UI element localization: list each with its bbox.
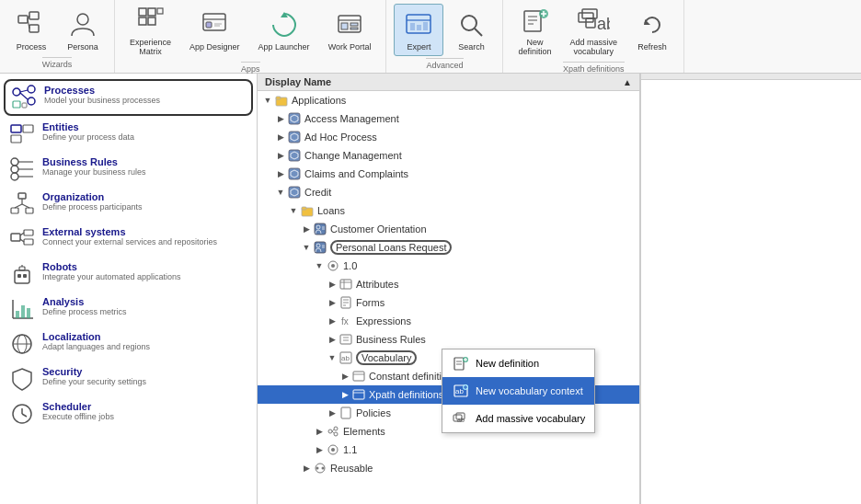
security-icon [9, 366, 35, 392]
sidebar-item-organization[interactable]: Organization Define process participants [4, 188, 253, 221]
svg-rect-2 [29, 25, 39, 32]
right-panel [640, 74, 861, 504]
add-massive-vocabulary-cm-label: Add massive vocabulary [476, 413, 585, 424]
svg-rect-116 [340, 335, 351, 344]
tree-node-credit[interactable]: ▼ Credit [258, 183, 639, 201]
access-management-icon [287, 111, 302, 126]
constant-icon [351, 369, 366, 384]
expand-ad-hoc[interactable]: ▶ [274, 131, 287, 143]
tree-node-expressions[interactable]: ▶ fx Expressions [258, 312, 639, 330]
context-menu-add-massive-vocabulary[interactable]: ab Add massive vocabulary [442, 405, 594, 432]
wizards-group-label: Wizards [42, 57, 73, 69]
svg-point-52 [11, 166, 18, 173]
context-menu: New definition ab New vocabulary context [442, 349, 595, 433]
tree-node-attributes[interactable]: ▶ Attributes [258, 275, 639, 293]
context-menu-new-vocabulary-context[interactable]: ab New vocabulary context [442, 377, 594, 405]
app-launcher-button[interactable]: App Launcher [251, 5, 317, 55]
organization-subtitle: Define process participants [42, 202, 143, 212]
apps-group: ExperienceMatrix App Designer [115, 0, 386, 73]
tree-node-customer-orientation[interactable]: ▶ Customer Orientation [258, 220, 639, 238]
svg-rect-25 [417, 25, 421, 30]
tree-node-reusable[interactable]: ▶ Reusable [258, 459, 639, 477]
sort-icon: ▲ [623, 77, 632, 87]
business-rules-text: Business Rules Manage your business rule… [42, 156, 146, 177]
app-designer-button[interactable]: App Designer [182, 5, 247, 55]
new-voc-cm-icon: ab [452, 382, 470, 400]
expand-applications[interactable]: ▼ [261, 94, 274, 107]
expand-expressions[interactable]: ▶ [326, 315, 339, 327]
tree-scroll[interactable]: ▼ Applications ▶ [258, 91, 639, 499]
svg-line-28 [475, 29, 482, 36]
scheduler-text: Scheduler Execute offline jobs [42, 401, 114, 421]
persona-button[interactable]: Persona [59, 5, 107, 55]
sidebar-item-analysis[interactable]: Analysis Define process metrics [4, 292, 253, 326]
forms-icon [339, 295, 353, 310]
expand-loans[interactable]: ▼ [287, 204, 300, 217]
tree-node-access-management[interactable]: ▶ Access Management [258, 109, 639, 128]
business-rules-subtitle: Manage your business rules [42, 167, 146, 177]
tree-node-change-management[interactable]: ▶ Change Management [258, 146, 639, 165]
svg-rect-20 [350, 23, 358, 26]
sidebar-item-external-systems[interactable]: External systems Connect your external s… [4, 223, 253, 256]
sidebar-item-processes[interactable]: Processes Model your business processes [4, 79, 253, 116]
elements-label: Elements [343, 426, 385, 437]
tree-node-biz-rules[interactable]: ▶ Business Rules [258, 330, 639, 349]
expand-vocabulary[interactable]: ▼ [326, 351, 339, 364]
sidebar-item-localization[interactable]: Localization Adapt languages and regions [4, 327, 253, 361]
tree-node-loans[interactable]: ▼ Loans [258, 201, 639, 220]
scheduler-subtitle: Execute offline jobs [42, 412, 114, 421]
sidebar-item-scheduler[interactable]: Scheduler Execute offline jobs [4, 397, 253, 430]
expand-v11[interactable]: ▶ [313, 443, 326, 456]
svg-point-51 [11, 158, 18, 166]
expand-policies[interactable]: ▶ [326, 407, 339, 419]
customer-orientation-label: Customer Orientation [330, 223, 427, 235]
expert-button[interactable]: Expert [394, 4, 443, 56]
tree-node-version10[interactable]: ▼ 1.0 [258, 257, 639, 275]
forms-label: Forms [356, 297, 385, 308]
svg-line-129 [332, 430, 334, 431]
expert-label: Expert [407, 42, 430, 52]
expand-change-management[interactable]: ▶ [274, 149, 287, 162]
organization-icon [9, 191, 35, 217]
svg-rect-75 [16, 311, 19, 318]
expand-elements[interactable]: ▶ [313, 425, 326, 438]
expand-personal-loans[interactable]: ▼ [300, 241, 313, 254]
expand-v10[interactable]: ▼ [313, 259, 326, 272]
sidebar-item-entities[interactable]: Entities Define your process data [4, 118, 253, 151]
svg-rect-57 [18, 193, 26, 199]
credit-label: Credit [304, 187, 331, 198]
work-portal-button[interactable]: Work Portal [321, 5, 379, 55]
refresh-button[interactable]: Refresh [628, 5, 676, 55]
expand-reusable[interactable]: ▶ [300, 462, 313, 475]
context-menu-new-definition[interactable]: New definition [442, 349, 594, 377]
tree-node-applications[interactable]: ▼ Applications [258, 91, 639, 109]
expand-access-management[interactable]: ▶ [274, 112, 287, 125]
sidebar-item-business-rules[interactable]: Business Rules Manage your business rule… [4, 153, 253, 186]
experience-matrix-button[interactable]: ExperienceMatrix [122, 0, 178, 60]
tree-node-version11[interactable]: ▶ 1.1 [258, 441, 639, 459]
expand-biz-rules[interactable]: ▶ [326, 333, 339, 346]
expand-constant[interactable]: ▶ [339, 370, 351, 383]
process-button[interactable]: Process [7, 5, 55, 55]
expand-forms[interactable]: ▶ [326, 296, 339, 309]
tree-node-personal-loans[interactable]: ▼ Personal Loans Request [258, 238, 639, 257]
processes-text: Processes Model your business processes [44, 85, 160, 105]
svg-point-42 [28, 86, 35, 93]
expand-claims[interactable]: ▶ [274, 167, 287, 180]
security-subtitle: Define your security settings [42, 377, 146, 386]
expand-credit[interactable]: ▼ [274, 186, 287, 199]
expand-xpath[interactable]: ▶ [339, 388, 351, 401]
tree-node-forms[interactable]: ▶ Forms [258, 293, 639, 312]
expand-attributes[interactable]: ▶ [326, 278, 339, 291]
search-button[interactable]: Search [447, 5, 495, 55]
new-definition-button[interactable]: Newdefinition [511, 0, 558, 60]
sidebar-item-robots[interactable]: Robots Integrate your automated applicat… [4, 258, 253, 291]
sidebar-item-security[interactable]: Security Define your security settings [4, 362, 253, 395]
expand-customer-orientation[interactable]: ▶ [300, 223, 313, 235]
external-systems-subtitle: Connect your external services and repos… [42, 237, 217, 246]
tree-node-ad-hoc[interactable]: ▶ Ad Hoc Process [258, 128, 639, 146]
add-massive-vocabulary-button[interactable]: ab Add massivevocabulary [563, 0, 626, 60]
tree-node-claims[interactable]: ▶ Claims and Complaints [258, 165, 639, 183]
right-panel-header [641, 74, 861, 80]
svg-text:fx: fx [341, 316, 349, 326]
